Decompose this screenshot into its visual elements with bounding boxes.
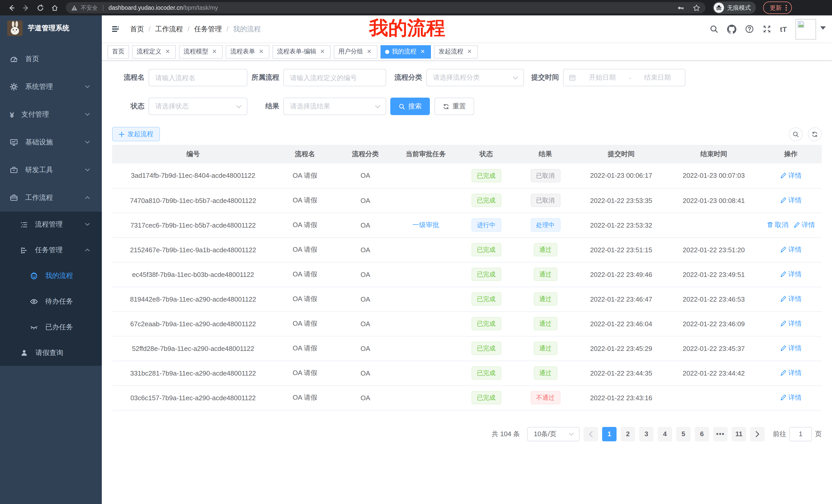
refresh-table-button[interactable] [808, 127, 822, 141]
forward-icon[interactable] [20, 2, 32, 14]
action-详情[interactable]: 详情 [794, 220, 815, 230]
bookmark-star-icon[interactable] [693, 4, 700, 11]
reset-button[interactable]: 重置 [435, 97, 474, 115]
action-详情[interactable]: 详情 [780, 344, 802, 353]
tab-首页[interactable]: 首页 [107, 45, 129, 58]
cell-end-time: 2022-01-22 23:45:37 [668, 336, 760, 361]
tab-流程模型[interactable]: 流程模型✕ [179, 45, 223, 58]
action-详情[interactable]: 详情 [780, 319, 802, 328]
sidebar-item-首页[interactable]: 首页 [0, 45, 102, 73]
browser-menu-kebab-icon[interactable] [785, 4, 787, 11]
sidebar-item-待办任务[interactable]: 待办任务 [0, 289, 102, 314]
page-button-4[interactable]: 4 [658, 427, 672, 441]
submit-time-range-picker[interactable]: 开始日期 - 结束日期 [563, 69, 685, 86]
cell-process-name: OA 请假 [274, 237, 336, 262]
help-icon[interactable] [745, 25, 754, 33]
cell-actions: 详情 [760, 262, 822, 287]
sidebar-collapse-icon[interactable] [108, 25, 123, 33]
cell-category: OA [336, 336, 395, 361]
close-tab-icon[interactable]: ✕ [419, 48, 426, 55]
tab-流程表单[interactable]: 流程表单✕ [226, 45, 269, 58]
breadcrumb-item[interactable]: 任务管理 [194, 24, 222, 34]
breadcrumb-item[interactable]: 工作流程 [155, 24, 183, 34]
sidebar-item-label: 首页 [25, 54, 102, 64]
prev-page-button[interactable] [583, 427, 598, 441]
sidebar-item-已办任务[interactable]: 已办任务 [0, 314, 102, 340]
close-tab-icon[interactable]: ✕ [211, 48, 218, 55]
process-name-input[interactable] [149, 69, 247, 86]
header-search-icon[interactable] [710, 25, 718, 33]
avatar-caret-down-icon[interactable] [820, 26, 826, 30]
tab-发起流程[interactable]: 发起流程✕ [434, 45, 478, 58]
close-tab-icon[interactable]: ✕ [366, 48, 373, 55]
close-tab-icon[interactable]: ✕ [258, 48, 265, 55]
next-page-button[interactable] [750, 427, 765, 441]
font-size-icon[interactable]: tT [780, 25, 787, 33]
sidebar-item-研发工具[interactable]: 研发工具 [0, 156, 102, 184]
close-tab-icon[interactable]: ✕ [466, 48, 473, 55]
goto-label: 前往 [773, 429, 786, 439]
close-tab-icon[interactable]: ✕ [319, 48, 326, 55]
page-button-11[interactable]: 11 [732, 427, 746, 441]
page-button-1[interactable]: 1 [602, 427, 617, 441]
cell-current-task [395, 262, 457, 287]
cell-process-name: OA 请假 [274, 336, 336, 361]
action-详情[interactable]: 详情 [780, 245, 802, 254]
page-size-select[interactable]: 10条/页 [527, 427, 579, 441]
tab-我的流程[interactable]: 我的流程✕ [381, 45, 431, 58]
sidebar-item-请假查询[interactable]: 请假查询 [0, 340, 102, 366]
breadcrumb-separator: / [188, 25, 190, 33]
toggle-search-button[interactable] [789, 127, 803, 141]
status-select[interactable]: 请选择状态 [149, 97, 247, 115]
sidebar-item-任务管理[interactable]: 任务管理 [0, 237, 102, 263]
tab-用户分组[interactable]: 用户分组✕ [334, 45, 378, 58]
tab-流程定义[interactable]: 流程定义✕ [132, 45, 176, 58]
status-badge: 已完成 [471, 194, 501, 207]
category-select[interactable]: 请选择流程分类 [426, 69, 524, 86]
back-icon[interactable] [5, 2, 18, 14]
breadcrumb-item[interactable]: 首页 [130, 24, 144, 34]
browser-update-button[interactable]: 更新 [763, 2, 792, 14]
owner-process-input[interactable] [283, 69, 386, 86]
action-详情[interactable]: 详情 [780, 393, 802, 402]
cell-status: 已完成 [457, 188, 516, 213]
plus-icon [119, 131, 125, 137]
fullscreen-icon[interactable] [762, 25, 771, 33]
action-取消[interactable]: 取消 [767, 220, 788, 230]
password-key-icon[interactable] [677, 4, 684, 11]
url-bar[interactable]: 不安全 dashboard.yudao.iocoder.cn/bpm/task/… [66, 2, 705, 13]
cell-actions: 详情 [760, 287, 822, 311]
goto-page-input[interactable] [789, 427, 812, 441]
action-详情[interactable]: 详情 [780, 368, 802, 377]
page-ellipsis[interactable]: ••• [713, 427, 728, 441]
page-button-5[interactable]: 5 [676, 427, 691, 441]
action-详情[interactable]: 详情 [780, 270, 802, 279]
cell-result: 通过 [516, 361, 575, 385]
sidebar-item-工作流程[interactable]: 工作流程 [0, 184, 102, 212]
page-button-2[interactable]: 2 [621, 427, 635, 441]
create-process-button[interactable]: 发起流程 [112, 127, 160, 141]
sidebar-item-我的流程[interactable]: 我的流程 [0, 263, 102, 289]
sidebar-item-基础设施[interactable]: 基础设施 [0, 129, 102, 156]
sidebar-item-系统管理[interactable]: 系统管理 [0, 73, 102, 101]
tab-流程表单-编辑[interactable]: 流程表单-编辑✕ [272, 45, 331, 58]
reload-icon[interactable] [34, 2, 46, 14]
sidebar-item-流程管理[interactable]: 流程管理 [0, 212, 102, 237]
github-icon[interactable] [727, 24, 736, 34]
action-详情[interactable]: 详情 [780, 295, 802, 304]
search-button[interactable]: 搜索 [390, 97, 430, 115]
user-avatar[interactable] [796, 19, 816, 39]
action-详情[interactable]: 详情 [780, 171, 802, 180]
page-button-6[interactable]: 6 [695, 427, 709, 441]
page-button-3[interactable]: 3 [639, 427, 654, 441]
result-select[interactable]: 请选择流结果 [283, 97, 386, 115]
sidebar-item-支付管理[interactable]: ¥支付管理 [0, 101, 102, 129]
action-详情[interactable]: 详情 [780, 196, 802, 205]
cell-category: OA [336, 287, 395, 311]
table-row: 3ad174fb-7b9d-11ec-8404-acde48001122OA 请… [112, 163, 822, 188]
current-task-link[interactable]: 一级审批 [412, 220, 439, 230]
home-icon[interactable] [48, 2, 61, 14]
close-tab-icon[interactable]: ✕ [164, 48, 171, 55]
sidebar-item-label: 基础设施 [25, 138, 84, 147]
sidebar-item-label: 已办任务 [45, 323, 102, 332]
